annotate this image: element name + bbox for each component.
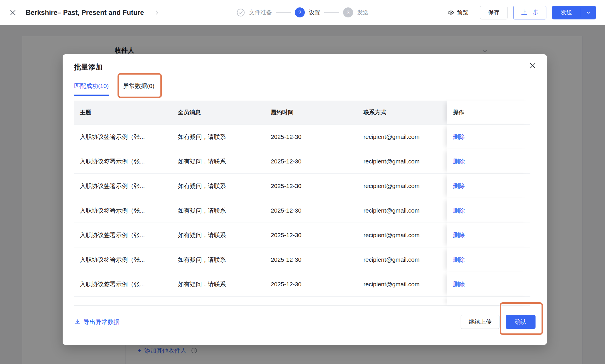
cell-message: 如有疑问，请联系 (172, 223, 265, 247)
send-split-button: 发送 (552, 6, 596, 19)
cell-action: 删除 (447, 223, 530, 247)
table-row: 入职协议签署示例（张...如有疑问，请联系2025-12-30recipient… (74, 247, 530, 272)
cell-subject: 入职协议签署示例（张... (74, 223, 172, 247)
table-body: 入职协议签署示例（张...如有疑问，请联系2025-12-30recipient… (74, 125, 530, 305)
cell-subject: 入职协议签署示例（张... (74, 149, 172, 174)
table-row: 入职协议签署示例（张...如有疑问，请联系2025-12-30recipient… (74, 272, 530, 297)
close-icon[interactable] (9, 9, 17, 16)
cell-contact: recipient@gmail.com (358, 198, 447, 223)
cell-subject: 入职协议签署示例（张... (74, 125, 172, 149)
cell-subject: 入职协议签署示例（张... (74, 272, 172, 297)
modal-title: 批量添加 (74, 62, 536, 72)
divider (474, 8, 474, 17)
cell-message: 如有疑问，请联系 (172, 174, 265, 198)
step-2-label: 设置 (309, 9, 320, 16)
export-label: 导出异常数据 (83, 318, 120, 326)
cell-contact: recipient@gmail.com (358, 223, 447, 247)
page-title: Berkshire– Past, Present and Future (26, 9, 144, 17)
batch-add-modal: 批量添加 匹配成功(10) 异常数据(0) 主题 全员消息 履约时间 联系方式 … (63, 54, 547, 345)
step-3-number: 3 (343, 7, 353, 17)
column-header-date: 履约时间 (265, 101, 358, 125)
cell-date: 2025-12-30 (265, 223, 358, 247)
column-header-contact: 联系方式 (358, 101, 447, 125)
cell-date: 2025-12-30 (265, 174, 358, 198)
table-row: 入职协议签署示例（张...如有疑问，请联系2025-12-30recipient… (74, 125, 530, 149)
cell-subject: 入职协议签署示例（张... (74, 174, 172, 198)
export-abnormal-data-link[interactable]: 导出异常数据 (74, 318, 120, 326)
cell-subject: 入职协议签署示例（张... (74, 198, 172, 223)
tab-abnormal-label: 异常数据(0) (123, 83, 154, 89)
cell-action: 删除 (447, 247, 530, 272)
column-header-subject: 主题 (74, 101, 172, 125)
delete-link[interactable]: 删除 (453, 158, 465, 165)
cell-date: 2025-12-30 (265, 198, 358, 223)
chevron-right-icon (154, 10, 160, 15)
column-header-message: 全员消息 (172, 101, 265, 125)
cell-message: 如有疑问，请联系 (172, 272, 265, 297)
cell-contact: recipient@gmail.com (358, 247, 447, 272)
eye-icon (447, 9, 454, 16)
cell-date: 2025-12-30 (265, 125, 358, 149)
preview-button[interactable]: 预览 (447, 9, 468, 16)
tab-abnormal-data[interactable]: 异常数据(0) (123, 82, 154, 96)
cell-message: 如有疑问，请联系 (172, 247, 265, 272)
cell-date: 2025-12-30 (265, 272, 358, 297)
column-header-action: 操作 (447, 101, 530, 125)
delete-link[interactable]: 删除 (453, 207, 465, 214)
cell-subject: 入职协议签署示例（张... (74, 247, 172, 272)
download-icon (74, 319, 81, 325)
delete-link[interactable]: 删除 (453, 232, 465, 238)
send-button[interactable]: 发送 (552, 6, 581, 19)
tab-match-success[interactable]: 匹配成功(10) (74, 82, 109, 96)
preview-label: 预览 (457, 9, 468, 16)
send-dropdown-button[interactable] (581, 6, 596, 19)
cell-action: 删除 (447, 198, 530, 223)
cell-action: 删除 (447, 272, 530, 297)
cell-action: 删除 (447, 149, 530, 174)
table-row: 入职协议签署示例（张...如有疑问，请联系2025-12-30recipient… (74, 223, 530, 247)
step-connector (276, 12, 291, 13)
delete-link[interactable]: 删除 (453, 133, 465, 140)
cell-action: 删除 (447, 125, 530, 149)
step-indicator: 文件准备 2 设置 3 发送 (236, 7, 369, 17)
top-bar: Berkshire– Past, Present and Future 文件准备… (0, 0, 605, 25)
table-row: 入职协议签署示例（张...如有疑问，请联系2025-12-30recipient… (74, 149, 530, 174)
modal-close-icon[interactable] (529, 62, 537, 70)
cell-action: 删除 (447, 174, 530, 198)
step-connector (324, 12, 339, 13)
cell-date: 2025-12-30 (265, 149, 358, 174)
table-row: 入职协议签署示例（张...如有疑问，请联系2025-12-30recipient… (74, 198, 530, 223)
delete-link[interactable]: 删除 (453, 281, 465, 287)
cell-contact: recipient@gmail.com (358, 149, 447, 174)
save-button[interactable]: 保存 (480, 6, 508, 19)
step-1-label: 文件准备 (249, 9, 272, 16)
confirm-button[interactable]: 确认 (506, 315, 536, 329)
continue-upload-button[interactable]: 继续上传 (461, 315, 499, 329)
previous-step-button[interactable]: 上一步 (513, 6, 546, 19)
cell-contact: recipient@gmail.com (358, 125, 447, 149)
cell-message: 如有疑问，请联系 (172, 125, 265, 149)
modal-footer: 导出异常数据 继续上传 确认 (74, 315, 536, 329)
cell-contact: recipient@gmail.com (358, 174, 447, 198)
delete-link[interactable]: 删除 (453, 183, 465, 189)
delete-link[interactable]: 删除 (453, 256, 465, 263)
step-done-check-icon (236, 8, 245, 17)
table-row: 入职协议签署示例（张...如有疑问，请联系2025-12-30recipient… (74, 174, 530, 198)
cell-message: 如有疑问，请联系 (172, 149, 265, 174)
cell-date: 2025-12-30 (265, 247, 358, 272)
chevron-down-icon (586, 10, 591, 15)
table-empty-row (74, 297, 530, 305)
step-2-number: 2 (295, 7, 305, 17)
cell-contact: recipient@gmail.com (358, 272, 447, 297)
step-3-label: 发送 (357, 9, 369, 16)
recipients-table: 主题 全员消息 履约时间 联系方式 操作 入职协议签署示例（张...如有疑问，请… (74, 101, 530, 306)
table-header-row: 主题 全员消息 履约时间 联系方式 操作 (74, 101, 530, 125)
modal-tabs: 匹配成功(10) 异常数据(0) (74, 82, 536, 96)
cell-message: 如有疑问，请联系 (172, 198, 265, 223)
